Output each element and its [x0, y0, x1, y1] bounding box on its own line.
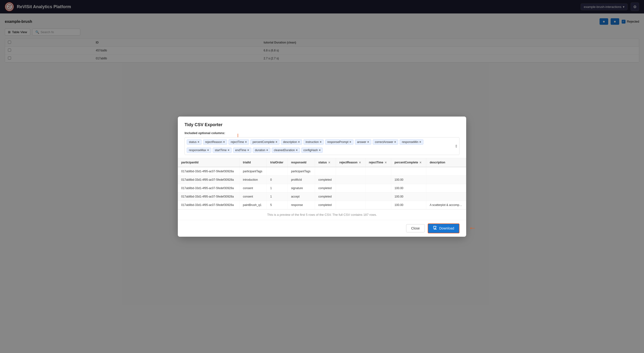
cell-percentComplete: 100.00	[391, 201, 426, 209]
tag-chip-description: description ×	[281, 139, 302, 145]
cell-trialId: introduction	[239, 176, 267, 184]
cell-participantId: 017ab8bd-33d1-4f95-ac07-5fedef30928a	[178, 167, 239, 176]
cell-responseId: signature	[288, 184, 315, 192]
cell-rejectReason	[336, 201, 366, 209]
remove-col-percentComplete[interactable]: ×	[420, 160, 422, 164]
svg-rect-2	[434, 226, 437, 227]
cell-trialOrder: 5	[267, 201, 288, 209]
col-header-rejectTime: rejectTime ×	[366, 158, 391, 167]
cell-status: completed	[315, 192, 336, 201]
tag-chip-instruction: instruction ×	[304, 139, 324, 145]
tag-chip-correctAnswer: correctAnswer ×	[373, 139, 398, 145]
cell-percentComplete: 100.00	[391, 192, 426, 201]
tag-chip-responseMax: responseMax ×	[187, 148, 211, 153]
tags-container: status × rejectReason × rejectTime × per…	[184, 137, 460, 155]
cell-rejectTime	[366, 184, 391, 192]
cell-trialOrder	[267, 167, 288, 176]
cell-rejectReason	[336, 184, 366, 192]
remove-description-tag[interactable]: ×	[298, 140, 300, 144]
col-header-rejectReason: rejectReason ×	[336, 158, 366, 167]
col-header-participantId: participantId	[178, 158, 239, 167]
col-header-trialId: trialId	[239, 158, 267, 167]
close-button[interactable]: Close	[406, 224, 425, 232]
cell-rejectTime	[366, 167, 391, 176]
cell-rejectReason	[336, 167, 366, 176]
preview-note: This is a preview of the first 5 rows of…	[178, 209, 466, 220]
cell-trialId: consent	[239, 192, 267, 201]
remove-col-rejectTime[interactable]: ×	[385, 160, 387, 164]
cell-status: completed	[315, 201, 336, 209]
tag-chip-rejectTime: rejectTime ×	[228, 139, 249, 145]
columns-label: Included optional columns:	[184, 131, 460, 135]
tag-chip-cleanedDuration: cleanedDuration ×	[272, 148, 300, 153]
cell-percentComplete: 100.00	[391, 184, 426, 192]
remove-answer-tag[interactable]: ×	[367, 140, 369, 144]
cell-trialOrder: 1	[267, 192, 288, 201]
remove-col-status[interactable]: ×	[328, 160, 330, 164]
cell-rejectTime	[366, 176, 391, 184]
remove-correctAnswer-tag[interactable]: ×	[394, 140, 396, 144]
remove-cleanedDuration-tag[interactable]: ×	[296, 148, 298, 152]
remove-endTime-tag[interactable]: ×	[247, 148, 249, 152]
cell-responseId: accept	[288, 192, 315, 201]
col-header-description: description	[426, 158, 466, 167]
remove-rejectTime-tag[interactable]: ×	[245, 140, 247, 144]
remove-percentComplete-tag[interactable]: ×	[276, 140, 277, 144]
tag-chip-endTime: endTime ×	[233, 148, 251, 153]
modal-footer: Close Download ←	[178, 220, 466, 237]
cell-description	[426, 176, 466, 184]
tag-chip-rejectReason: rejectReason ×	[203, 139, 227, 145]
cell-rejectReason	[336, 176, 366, 184]
tag-chip-startTime: startTime ×	[213, 148, 232, 153]
cell-trialId: participantTags	[239, 167, 267, 176]
cell-trialOrder: 0	[267, 176, 288, 184]
download-button[interactable]: Download	[428, 224, 460, 233]
cell-percentComplete	[391, 167, 426, 176]
remove-startTime-tag[interactable]: ×	[228, 148, 230, 152]
cell-status: completed	[315, 176, 336, 184]
cell-trialId: paintBrush_q1	[239, 201, 267, 209]
remove-duration-tag[interactable]: ×	[266, 148, 268, 152]
remove-col-rejectReason[interactable]: ×	[359, 160, 361, 164]
table-row: 017ab8bd-33d1-4f95-ac07-5fedef30928a par…	[178, 167, 466, 176]
tag-chip-responsePrompt: responsePrompt ×	[325, 139, 354, 145]
cell-rejectReason	[336, 192, 366, 201]
cell-responseId: prolificId	[288, 176, 315, 184]
cell-description	[426, 184, 466, 192]
col-header-responseId: responseId	[288, 158, 315, 167]
cell-status: completed	[315, 184, 336, 192]
download-icon	[433, 226, 437, 231]
csv-exporter-modal: ↓ Tidy CSV Exporter Included optional co…	[178, 116, 466, 237]
cell-rejectTime	[366, 201, 391, 209]
tag-chip-answer: answer ×	[355, 139, 371, 145]
table-row: 017ab8bd-33d1-4f95-ac07-5fedef30928a con…	[178, 184, 466, 192]
remove-rejectReason-tag[interactable]: ×	[223, 140, 225, 144]
remove-responsePrompt-tag[interactable]: ×	[350, 140, 351, 144]
tag-chip-configHash: configHash ×	[301, 148, 323, 153]
tags-scroll-button[interactable]: ⇕	[455, 144, 458, 148]
cell-trialId: consent	[239, 184, 267, 192]
cell-participantId: 017ab8bd-33d1-4f95-ac07-5fedef30928a	[178, 184, 239, 192]
remove-responseMax-tag[interactable]: ×	[207, 148, 209, 152]
remove-responseMin-tag[interactable]: ×	[419, 140, 421, 144]
cell-responseId: participantTags	[288, 167, 315, 176]
table-row: 017ab8bd-33d1-4f95-ac07-5fedef30928a pai…	[178, 201, 466, 209]
cell-percentComplete: 100.00	[391, 176, 426, 184]
table-row: 017ab8bd-33d1-4f95-ac07-5fedef30928a con…	[178, 192, 466, 201]
tag-chip-duration: duration ×	[253, 148, 270, 153]
tag-chip-percentComplete: percentComplete ×	[250, 139, 280, 145]
remove-instruction-tag[interactable]: ×	[320, 140, 322, 144]
download-arrow-indicator: ←	[468, 224, 476, 232]
modal-table-wrapper: participantId trialId trialOrder respons…	[178, 158, 466, 209]
remove-status-tag[interactable]: ×	[198, 140, 200, 144]
cell-participantId: 017ab8bd-33d1-4f95-ac07-5fedef30928a	[178, 201, 239, 209]
tag-chip-responseMin: responseMin ×	[400, 139, 423, 145]
remove-configHash-tag[interactable]: ×	[319, 148, 321, 152]
modal-footer-buttons: Close Download ←	[406, 224, 460, 233]
cell-description	[426, 192, 466, 201]
cell-rejectTime	[366, 192, 391, 201]
cell-description: A scatterplot & accompanying	[426, 201, 466, 209]
table-row: 017ab8bd-33d1-4f95-ac07-5fedef30928a int…	[178, 176, 466, 184]
preview-table: participantId trialId trialOrder respons…	[178, 158, 466, 209]
modal-title: Tidy CSV Exporter	[184, 122, 460, 127]
